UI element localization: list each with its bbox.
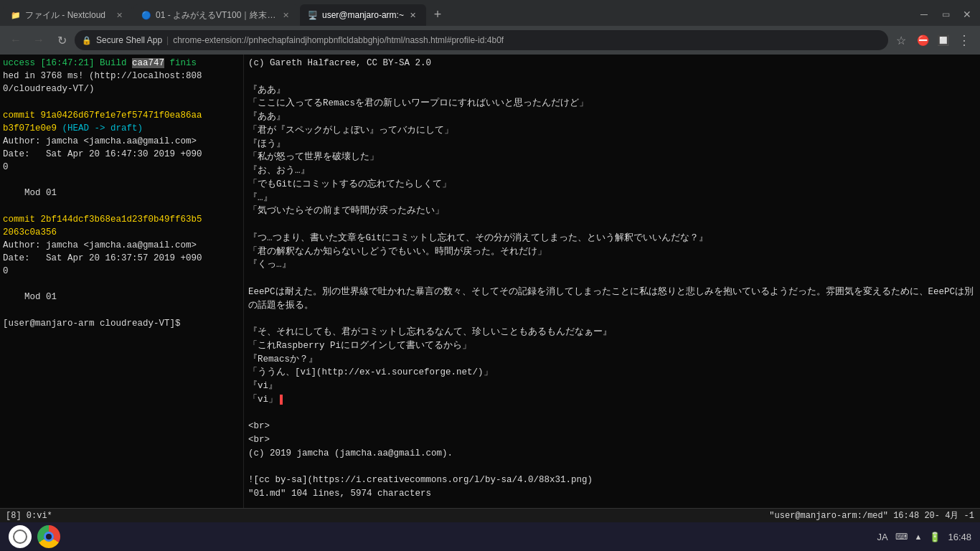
vi-line-4: 「君が『スペックがしょぼい』ってバカにして」 xyxy=(248,124,976,138)
app-launcher-icon[interactable] xyxy=(9,525,32,548)
vi-line-3: 『ああ』 xyxy=(248,110,976,124)
term-commit-2-date2: 0 xyxy=(3,265,240,278)
address-lock-icon: 🔒 xyxy=(82,36,92,45)
taskbar-right: JA ⌨ ▲ 🔋 16:48 xyxy=(877,532,971,542)
battery-icon: 🔋 xyxy=(929,532,941,542)
vi-status-bar: [8] 0:vi* "user@manjaro-arm:/med" 16:48 … xyxy=(0,508,980,522)
vi-line-14: EeePCは耐えた。別の世界線で吐かれた暴言の数々、そしてその記録を消してしまっ… xyxy=(248,286,976,313)
term-blank3 xyxy=(3,199,240,212)
vi-line-cc: ![cc by-sa](https://i.creativecommons.or… xyxy=(248,474,976,487)
vi-line-16: 「これRaspberry Piにログインして書いてるから」 xyxy=(248,339,976,353)
tab-2-title: 01 - よみがえるVT100｜終末の... xyxy=(156,9,276,22)
vi-line-6: 「私が怒って世界を破壊した」 xyxy=(248,151,976,164)
address-app-name: Secure Shell App xyxy=(96,35,162,45)
vi-status-right: "user@manjaro-arm:/med" 16:48 20- 4月 -1 xyxy=(769,509,974,522)
vi-blank1 xyxy=(248,70,976,84)
vi-blank6 xyxy=(248,461,976,474)
tab-3-close[interactable]: ✕ xyxy=(407,9,419,21)
vi-line-12: 「君の解釈なんか知らないしどうでもいい。時間が戻った。それだけ」 xyxy=(248,245,976,259)
term-commit-2-author: Author: jamcha <jamcha.aa@gmail.com> xyxy=(3,239,240,252)
term-blank2 xyxy=(3,174,240,187)
vi-line-7: 『お、おう…』 xyxy=(248,164,976,178)
browser-chrome: 📁 ファイル - Nextcloud ✕ 🔵 01 - よみがえるVT100｜終… xyxy=(0,0,980,551)
term-commit-2-hash: commit 2bf144dcf3b68ea1d23f0b49ff63b5 xyxy=(3,213,240,226)
clock: 16:48 xyxy=(948,532,971,542)
address-separator: | xyxy=(166,35,169,45)
main-content: uccess [16:47:21] Build caa747 finis hed… xyxy=(0,55,980,508)
vi-blank3 xyxy=(248,272,976,286)
vi-status-left: [8] 0:vi* xyxy=(6,511,52,521)
menu-button[interactable]: ⋮ xyxy=(954,30,974,50)
window-minimize[interactable]: ─ xyxy=(914,4,934,24)
vi-line-br1: <br> xyxy=(248,420,976,433)
reload-button[interactable]: ↻ xyxy=(52,30,72,50)
tab-3-favicon: 🖥️ xyxy=(307,9,319,21)
vi-line-1: 『ああ』 xyxy=(248,84,976,98)
vi-editor[interactable]: (c) Gareth Halfacree, CC BY-SA 2.0 『ああ』 … xyxy=(244,55,980,508)
tab-3-active[interactable]: 🖥️ user@manjaro-arm:~ ✕ xyxy=(300,4,426,26)
vi-line-11: 『つ…つまり、書いた文章をGitにコミットし忘れて、その分が消えてしまった、とい… xyxy=(248,232,976,245)
vi-line-18: 「ううん、[vi](http://ex-vi.sourceforge.net/)… xyxy=(248,366,976,380)
term-commit-1-msg: Mod 01 xyxy=(3,187,240,199)
vi-line-2: 「ここに入ってるRemacsを君の新しいワープロにすればいいと思ったんだけど」 xyxy=(248,97,976,110)
term-line-blank1 xyxy=(3,95,240,108)
window-close[interactable]: ✕ xyxy=(957,4,977,24)
vi-blank4 xyxy=(248,312,976,326)
network-icon: ▲ xyxy=(915,532,923,541)
vi-line-15: 『そ、それにしても、君がコミットし忘れるなんて、珍しいこともあるもんだなぁー』 xyxy=(248,326,976,339)
tab-1-title: ファイル - Nextcloud xyxy=(25,9,110,22)
tab-bar: 📁 ファイル - Nextcloud ✕ 🔵 01 - よみがえるVT100｜終… xyxy=(0,0,980,26)
term-blank5 xyxy=(3,303,240,316)
vi-line-fileinfo: "01.md" 104 lines, 5974 characters xyxy=(248,487,976,501)
term-commit-1-author: Author: jamcha <jamcha.aa@gmail.com> xyxy=(3,135,240,148)
keyboard-icon: ⌨ xyxy=(895,532,908,542)
tab-2[interactable]: 🔵 01 - よみがえるVT100｜終末の... ✕ xyxy=(133,4,298,26)
tab-1-close[interactable]: ✕ xyxy=(113,9,125,21)
term-commit-1-date: Date: Sat Apr 20 16:47:30 2019 +090 xyxy=(3,148,240,161)
bookmark-button[interactable]: ☆ xyxy=(891,30,911,50)
vi-line-20: 「vi」 xyxy=(248,393,976,407)
language-indicator[interactable]: JA xyxy=(877,532,887,542)
tab-3-title: user@manjaro-arm:~ xyxy=(322,10,404,20)
term-line-3: 0/cloudready-VT/) xyxy=(3,83,240,95)
tab-2-close[interactable]: ✕ xyxy=(280,9,291,21)
term-prompt: [user@manjaro-arm cloudready-VT]$ xyxy=(3,317,240,330)
term-commit-1-ref: b3f071e0e9 (HEAD -> draft) xyxy=(3,122,240,135)
left-terminal[interactable]: uccess [16:47:21] Build caa747 finis hed… xyxy=(0,55,244,508)
tab-1[interactable]: 📁 ファイル - Nextcloud ✕ xyxy=(3,4,132,26)
vi-line-copyright: (c) Gareth Halfacree, CC BY-SA 2.0 xyxy=(248,57,976,70)
taskbar-left xyxy=(9,525,60,548)
term-line-2: hed in 3768 ms! (http://localhost:808 xyxy=(3,70,240,83)
vi-line-9: 『…』 xyxy=(248,192,976,205)
term-line-1: uccess [16:47:21] Build caa747 finis xyxy=(3,57,240,70)
forward-button[interactable]: → xyxy=(29,30,49,50)
toolbar: ← → ↻ 🔒 Secure Shell App | chrome-extens… xyxy=(0,26,980,55)
address-bar[interactable]: 🔒 Secure Shell App | chrome-extension://… xyxy=(75,30,888,50)
chrome-browser-icon[interactable] xyxy=(37,525,60,548)
term-commit-1-hash: commit 91a0426d67fe1e7ef57471f0ea86aa xyxy=(3,109,240,122)
extension-cast-button[interactable]: 🔲 xyxy=(934,32,951,49)
term-commit-2-hash2: 2063c0a356 xyxy=(3,226,240,239)
taskbar: JA ⌨ ▲ 🔋 16:48 xyxy=(0,522,980,551)
vi-line-19: 『vi』 xyxy=(248,380,976,393)
extension-block-button[interactable]: ⛔ xyxy=(914,32,931,49)
term-commit-1-date2: 0 xyxy=(3,161,240,174)
vi-line-br2: <br> xyxy=(248,433,976,447)
term-commit-2-date: Date: Sat Apr 20 16:37:57 2019 +090 xyxy=(3,252,240,265)
window-maximize[interactable]: ▭ xyxy=(936,4,956,24)
tab-2-favicon: 🔵 xyxy=(141,9,152,21)
term-blank4 xyxy=(3,278,240,291)
vi-line-5: 『ほう』 xyxy=(248,138,976,151)
vi-blank5 xyxy=(248,407,976,420)
address-url: chrome-extension://pnhechapfaindjhompbnf… xyxy=(173,35,504,45)
vi-line-10: 「気づいたらその前まで時間が戻ったみたい」 xyxy=(248,204,976,218)
back-button[interactable]: ← xyxy=(6,30,26,50)
vi-line-8: 「でもGitにコミットするの忘れてたらしくて」 xyxy=(248,178,976,192)
new-tab-button[interactable]: + xyxy=(428,4,448,24)
vi-line-17: 『Remacsか？』 xyxy=(248,353,976,367)
vi-line-13: 『くっ…』 xyxy=(248,258,976,272)
vi-content: (c) Gareth Halfacree, CC BY-SA 2.0 『ああ』 … xyxy=(248,57,976,506)
term-commit-2-msg: Mod 01 xyxy=(3,291,240,303)
vi-blank2 xyxy=(248,218,976,232)
vi-line-copyright2: (c) 2019 jamcha (jamcha.aa@gmail.com). xyxy=(248,447,976,461)
